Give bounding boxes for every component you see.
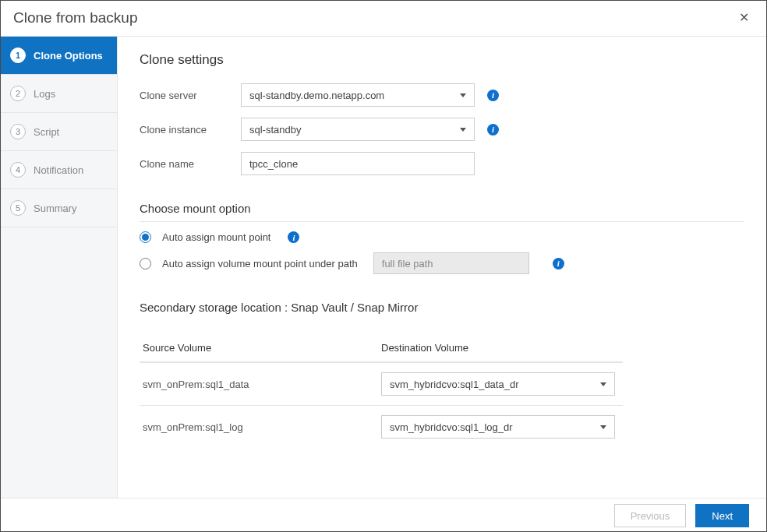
step-clone-options[interactable]: 1 Clone Options — [1, 37, 117, 75]
mount-auto-radio[interactable] — [140, 231, 151, 243]
step-notification[interactable]: 4 Notification — [1, 151, 117, 189]
secondary-storage-section: Secondary storage location : Snap Vault … — [140, 301, 744, 448]
step-number: 4 — [10, 162, 26, 178]
info-icon[interactable]: i — [487, 90, 499, 101]
clone-server-value: sql-standby.demo.netapp.com — [249, 90, 384, 101]
mount-path-radio[interactable] — [140, 258, 151, 270]
close-icon[interactable]: ✕ — [734, 9, 754, 26]
main-panel: Clone settings Clone server sql-standby.… — [118, 37, 766, 498]
clone-name-input-wrapper — [241, 152, 475, 175]
storage-table: Source Volume Destination Volume svm_onP… — [140, 334, 623, 448]
clone-name-row: Clone name — [140, 152, 744, 175]
chevron-down-icon — [600, 382, 606, 386]
mount-option-auto-row: Auto assign mount point i — [140, 231, 744, 243]
dialog-title: Clone from backup — [13, 9, 137, 26]
dialog-header: Clone from backup ✕ — [1, 1, 766, 37]
clone-name-label: Clone name — [140, 158, 241, 170]
wizard-sidebar: 1 Clone Options 2 Logs 3 Script 4 Notifi… — [1, 37, 118, 498]
chevron-down-icon — [460, 128, 466, 132]
clone-instance-row: Clone instance sql-standby i — [140, 118, 744, 141]
step-script[interactable]: 3 Script — [1, 113, 117, 151]
previous-button[interactable]: Previous — [614, 504, 687, 527]
dialog-footer: Previous Next — [1, 498, 766, 532]
destination-volume-value: svm_hybridcvo:sql1_data_dr — [390, 379, 518, 390]
chevron-down-icon — [600, 425, 606, 429]
mount-option-path-row: Auto assign volume mount point under pat… — [140, 252, 744, 274]
step-label: Summary — [34, 203, 77, 214]
clone-settings-heading: Clone settings — [140, 52, 744, 68]
step-label: Notification — [34, 164, 83, 176]
clone-server-select[interactable]: sql-standby.demo.netapp.com — [241, 83, 475, 107]
destination-volume-value: svm_hybridcvo:sql1_log_dr — [390, 421, 513, 433]
mount-option-section: Choose mount option Auto assign mount po… — [140, 202, 744, 274]
secondary-storage-heading: Secondary storage location : Snap Vault … — [140, 301, 744, 325]
destination-volume-select[interactable]: svm_hybridcvo:sql1_data_dr — [381, 372, 615, 396]
step-label: Script — [34, 126, 59, 138]
step-summary[interactable]: 5 Summary — [1, 189, 117, 227]
col-dest-header: Destination Volume — [381, 342, 623, 354]
info-icon[interactable]: i — [553, 258, 564, 270]
clone-instance-select[interactable]: sql-standby — [241, 118, 475, 141]
step-number: 1 — [10, 48, 26, 63]
table-row: svm_onPrem:sql1_log svm_hybridcvo:sql1_l… — [140, 405, 623, 448]
mount-option-heading: Choose mount option — [140, 202, 744, 222]
step-number: 2 — [10, 86, 26, 101]
col-source-header: Source Volume — [140, 342, 381, 354]
source-volume-cell: svm_onPrem:sql1_log — [140, 421, 381, 433]
clone-server-row: Clone server sql-standby.demo.netapp.com… — [140, 83, 744, 107]
source-volume-cell: svm_onPrem:sql1_data — [140, 379, 381, 390]
step-number: 5 — [10, 200, 26, 216]
clone-instance-value: sql-standby — [249, 124, 301, 136]
chevron-down-icon — [460, 93, 466, 97]
clone-instance-label: Clone instance — [140, 124, 241, 136]
mount-auto-label: Auto assign mount point — [162, 231, 270, 243]
step-label: Clone Options — [34, 50, 103, 62]
clone-server-label: Clone server — [140, 90, 241, 101]
clone-name-input[interactable] — [249, 153, 466, 174]
info-icon[interactable]: i — [487, 124, 499, 136]
mount-path-label: Auto assign volume mount point under pat… — [162, 258, 358, 270]
step-label: Logs — [34, 88, 55, 100]
destination-volume-select[interactable]: svm_hybridcvo:sql1_log_dr — [381, 415, 615, 439]
info-icon[interactable]: i — [288, 231, 299, 243]
table-row: svm_onPrem:sql1_data svm_hybridcvo:sql1_… — [140, 362, 623, 405]
mount-path-input[interactable]: full file path — [373, 252, 529, 274]
step-number: 3 — [10, 124, 26, 139]
next-button[interactable]: Next — [695, 504, 749, 527]
table-header: Source Volume Destination Volume — [140, 334, 623, 362]
step-logs[interactable]: 2 Logs — [1, 75, 117, 113]
